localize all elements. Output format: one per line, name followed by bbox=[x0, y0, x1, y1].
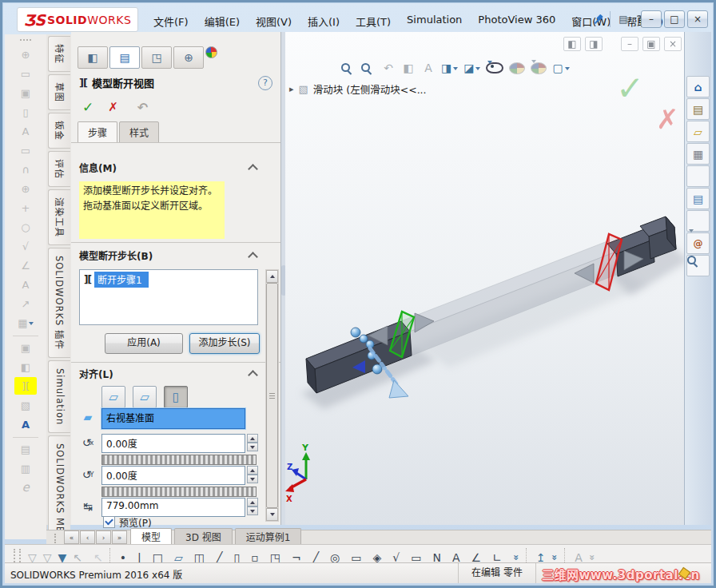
edrawings-icon[interactable]: e bbox=[14, 479, 37, 496]
break-distance-field[interactable]: 779.00mm bbox=[101, 498, 245, 517]
prev-tab-button[interactable]: ‹ bbox=[80, 530, 95, 544]
next-tab-button[interactable]: › bbox=[96, 530, 111, 544]
collapse-icon[interactable] bbox=[248, 252, 258, 262]
scroll-up-button[interactable] bbox=[266, 270, 278, 283]
align-with-xy-button[interactable]: ▱ bbox=[101, 386, 125, 408]
info-section-header[interactable]: 信息(M) bbox=[79, 161, 257, 174]
preview-checkbox[interactable] bbox=[103, 516, 115, 528]
x-angle-slider[interactable] bbox=[101, 455, 257, 465]
menu-photoview[interactable]: PhotoView 360 bbox=[470, 10, 563, 32]
collapse-icon[interactable] bbox=[248, 164, 258, 174]
display-state-icon[interactable]: ▧ bbox=[14, 396, 37, 414]
toolbar-grip[interactable] bbox=[20, 39, 31, 43]
plane-selection-field[interactable]: 右视基准面 bbox=[101, 408, 245, 429]
toolbar-grip[interactable] bbox=[54, 534, 59, 543]
menu-simulation[interactable]: Simulation bbox=[399, 10, 470, 32]
revision-cloud-icon[interactable]: ∩ bbox=[14, 161, 37, 178]
publish-stl-icon[interactable]: ▥ bbox=[14, 459, 37, 477]
camera-3d-icon[interactable]: ▣ bbox=[14, 339, 37, 356]
auto-dimension-icon[interactable]: ▭ bbox=[14, 65, 37, 82]
zoom-area-button[interactable] bbox=[361, 63, 376, 74]
tab-3d-views[interactable]: 3D 视图 bbox=[174, 528, 233, 545]
appearances-tab[interactable] bbox=[686, 165, 710, 187]
ok-button[interactable]: ✓ bbox=[82, 99, 93, 115]
model-break-view-button[interactable]: ][ bbox=[14, 377, 37, 395]
tab-features[interactable]: 特征 bbox=[48, 36, 70, 72]
multi-jog-leader-icon[interactable]: ↗ bbox=[14, 295, 37, 312]
tab-model[interactable]: 模型 bbox=[130, 528, 172, 545]
annotation-views-button[interactable]: A bbox=[421, 59, 436, 77]
apply-button[interactable]: 应用(A) bbox=[105, 333, 183, 354]
subtab-style[interactable]: 样式 bbox=[119, 121, 159, 143]
featuremanager-tab[interactable]: ◧ bbox=[78, 46, 108, 69]
steps-section-header[interactable]: 模型断开步长(B) bbox=[79, 248, 257, 262]
pane-left-icon[interactable]: ◧ bbox=[563, 37, 581, 51]
displaymanager-tab[interactable] bbox=[205, 46, 217, 58]
edit-appearance-button[interactable] bbox=[509, 62, 525, 74]
propertymanager-tab[interactable]: ▤ bbox=[109, 46, 140, 69]
tab-sheetmetal[interactable]: 钣金 bbox=[48, 113, 70, 149]
pane-right-icon[interactable]: ◨ bbox=[585, 37, 603, 51]
view-palette-tab[interactable]: ▦ bbox=[686, 143, 710, 165]
note-pattern-icon[interactable]: A bbox=[14, 122, 37, 140]
document-name[interactable]: 滑动块 (左侧滑动块<<... bbox=[313, 81, 427, 97]
align-with-plane-button[interactable]: ▯ bbox=[164, 386, 188, 408]
menu-edit[interactable]: 编辑(E) bbox=[197, 10, 248, 32]
menu-tools[interactable]: 工具(T) bbox=[348, 10, 399, 32]
last-tab-button[interactable]: » bbox=[112, 530, 127, 544]
distance-stepper[interactable] bbox=[247, 498, 258, 515]
tab-solidworks-addins[interactable]: SOLIDWORKS 插件 bbox=[48, 248, 70, 358]
table-icon[interactable]: ▦ bbox=[14, 314, 37, 332]
annotation-view-icon[interactable]: A bbox=[14, 415, 37, 433]
subtab-steps[interactable]: 步骤 bbox=[78, 121, 117, 143]
tree-expander-icon[interactable]: ▸ bbox=[289, 84, 294, 94]
menu-insert[interactable]: 插入(I) bbox=[300, 10, 348, 32]
weld-symbol-icon[interactable]: ∠ bbox=[14, 256, 37, 274]
view-orientation-button[interactable]: ◨ bbox=[441, 59, 458, 77]
list-item[interactable]: ][ 断开步骤1 bbox=[80, 272, 257, 288]
note-icon[interactable]: A bbox=[14, 276, 37, 293]
datum-target-icon[interactable]: ⊕ bbox=[14, 46, 37, 63]
resources-home-tab[interactable]: ⌂ bbox=[686, 76, 710, 97]
pm-scrollbar[interactable] bbox=[265, 269, 279, 522]
section-view-button[interactable]: ◧ bbox=[401, 59, 416, 77]
menu-view[interactable]: 视图(V) bbox=[248, 10, 300, 32]
dimxpertmanager-tab[interactable]: ⊕ bbox=[173, 46, 204, 69]
break-steps-list[interactable]: ][ 断开步骤1 bbox=[79, 269, 258, 325]
menu-file[interactable]: 文件(F) bbox=[145, 10, 197, 32]
hide-show-annotations-icon[interactable]: + bbox=[14, 199, 37, 217]
y-angle-field[interactable]: 0.00度 bbox=[101, 466, 245, 485]
help-button[interactable]: ? bbox=[258, 76, 272, 90]
hide-show-items-button[interactable] bbox=[486, 62, 503, 74]
doc-minimize-button[interactable]: – bbox=[621, 37, 638, 51]
x-angle-stepper[interactable] bbox=[247, 434, 258, 451]
publish-3dpdf-icon[interactable]: ▤ bbox=[14, 440, 37, 458]
apply-scene-button[interactable] bbox=[531, 62, 547, 74]
scrollbar-thumb[interactable] bbox=[266, 283, 278, 508]
align-section-header[interactable]: 对齐(L) bbox=[79, 367, 257, 380]
magnifying-glass-icon[interactable]: ○ bbox=[14, 218, 37, 236]
y-angle-slider[interactable] bbox=[101, 487, 257, 497]
tab-sketch[interactable]: 草图 bbox=[48, 74, 70, 110]
whats-new-icon[interactable]: ▤ bbox=[617, 11, 630, 26]
spell-checker-icon[interactable]: √ bbox=[14, 237, 37, 255]
close-button[interactable]: × bbox=[687, 10, 708, 28]
y-angle-stepper[interactable] bbox=[247, 466, 258, 483]
view-settings-button[interactable]: ▢ bbox=[552, 59, 569, 77]
target-point-icon[interactable]: ⊕ bbox=[14, 180, 37, 197]
basic-dimension-icon[interactable]: ▣ bbox=[14, 84, 37, 101]
confirmation-ok-button[interactable]: ✓ bbox=[616, 72, 644, 105]
section-view-icon[interactable]: ◧ bbox=[14, 358, 37, 375]
align-with-xz-button[interactable]: ▱ bbox=[133, 386, 157, 408]
maximize-button[interactable]: □ bbox=[664, 10, 685, 28]
display-style-button[interactable]: ◪ bbox=[463, 59, 480, 77]
datum-feature-icon[interactable]: ▯ bbox=[14, 103, 37, 121]
tab-simulation[interactable]: Simulation bbox=[48, 360, 70, 433]
xpress-products-tab[interactable]: @ bbox=[686, 232, 710, 254]
previous-view-button[interactable]: ↶ bbox=[381, 59, 396, 77]
minimize-button[interactable]: – bbox=[641, 10, 662, 28]
dimension-frame-icon[interactable]: ▭ bbox=[14, 141, 37, 159]
file-explorer-tab[interactable]: ▱ bbox=[686, 121, 710, 142]
forum-tab[interactable] bbox=[686, 210, 710, 232]
configurationmanager-tab[interactable]: ◳ bbox=[141, 46, 172, 69]
